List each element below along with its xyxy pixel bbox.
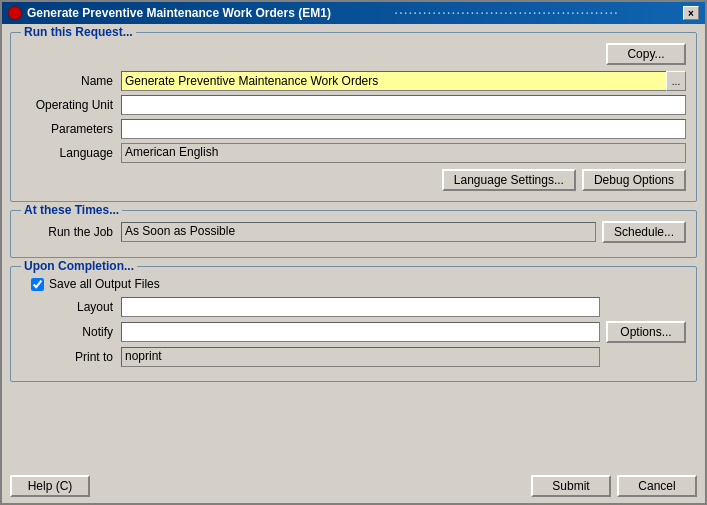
cancel-button[interactable]: Cancel — [617, 475, 697, 497]
language-settings-button[interactable]: Language Settings... — [442, 169, 576, 191]
schedule-button-wrapper: Schedule... — [602, 221, 686, 243]
parameters-label: Parameters — [21, 122, 121, 136]
layout-label: Layout — [21, 300, 121, 314]
language-value: American English — [125, 145, 218, 159]
title-dots: ········································… — [331, 8, 683, 19]
language-label: Language — [21, 146, 121, 160]
options-button[interactable]: Options... — [606, 321, 686, 343]
parameters-field[interactable] — [121, 119, 686, 139]
operating-unit-label: Operating Unit — [21, 98, 121, 112]
completion-group: Upon Completion... Save all Output Files… — [10, 266, 697, 382]
copy-button[interactable]: Copy... — [606, 43, 686, 65]
name-input-group: Generate Preventive Maintenance Work Ord… — [121, 71, 686, 91]
run-job-field[interactable]: As Soon as Possible — [121, 222, 596, 242]
schedule-button[interactable]: Schedule... — [602, 221, 686, 243]
help-button[interactable]: Help (C) — [10, 475, 90, 497]
close-button[interactable]: × — [683, 6, 699, 20]
run-job-value: As Soon as Possible — [125, 224, 235, 238]
layout-field[interactable] — [121, 297, 600, 317]
save-output-checkbox[interactable] — [31, 278, 44, 291]
main-window: Generate Preventive Maintenance Work Ord… — [0, 0, 707, 505]
options-button-wrapper: Options... — [606, 321, 686, 343]
name-value: Generate Preventive Maintenance Work Ord… — [125, 74, 663, 88]
language-field[interactable]: American English — [121, 143, 686, 163]
name-row: Name Generate Preventive Maintenance Wor… — [21, 71, 686, 91]
title-bar: Generate Preventive Maintenance Work Ord… — [2, 2, 705, 24]
content-area: Run this Request... Copy... Name Generat… — [2, 24, 705, 469]
layout-row: Layout — [21, 297, 686, 317]
submit-button[interactable]: Submit — [531, 475, 611, 497]
language-debug-button-row: Language Settings... Debug Options — [21, 169, 686, 191]
name-ellipsis-button[interactable]: ... — [666, 71, 686, 91]
print-to-field[interactable]: noprint — [121, 347, 600, 367]
run-request-label: Run this Request... — [21, 25, 136, 39]
debug-options-button[interactable]: Debug Options — [582, 169, 686, 191]
footer-right-buttons: Submit Cancel — [531, 475, 697, 497]
notify-row: Notify Options... — [21, 321, 686, 343]
name-label: Name — [21, 74, 121, 88]
print-to-label: Print to — [21, 350, 121, 364]
language-row: Language American English — [21, 143, 686, 163]
title-bar-left: Generate Preventive Maintenance Work Ord… — [8, 6, 331, 20]
parameters-row: Parameters — [21, 119, 686, 139]
operating-unit-field[interactable] — [121, 95, 686, 115]
notify-label: Notify — [21, 325, 121, 339]
print-to-value: noprint — [125, 349, 162, 363]
completion-label: Upon Completion... — [21, 259, 137, 273]
copy-button-row: Copy... — [21, 43, 686, 65]
window-icon — [8, 6, 22, 20]
run-job-label: Run the Job — [21, 225, 121, 239]
times-group: At these Times... Run the Job As Soon as… — [10, 210, 697, 258]
run-job-row: Run the Job As Soon as Possible Schedule… — [21, 221, 686, 243]
run-request-group: Run this Request... Copy... Name Generat… — [10, 32, 697, 202]
save-output-label: Save all Output Files — [49, 277, 160, 291]
footer: Help (C) Submit Cancel — [2, 469, 705, 503]
operating-unit-row: Operating Unit — [21, 95, 686, 115]
print-to-row: Print to noprint — [21, 347, 686, 367]
notify-field[interactable] — [121, 322, 600, 342]
window-title: Generate Preventive Maintenance Work Ord… — [27, 6, 331, 20]
times-label: At these Times... — [21, 203, 122, 217]
save-output-row: Save all Output Files — [31, 277, 686, 291]
name-field[interactable]: Generate Preventive Maintenance Work Ord… — [121, 71, 666, 91]
